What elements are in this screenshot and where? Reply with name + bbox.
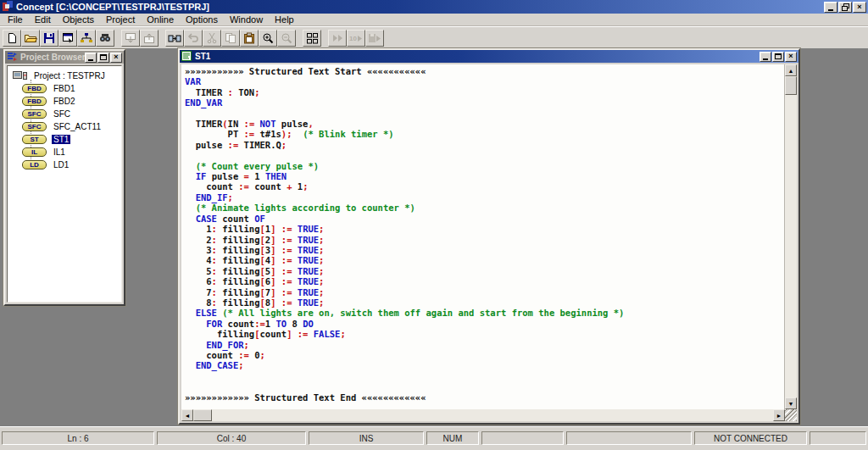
- tree-item-label: FBD2: [52, 97, 77, 106]
- code-line: 1: filling[1] := TRUE;: [185, 224, 784, 234]
- vertical-scroll-thumb[interactable]: [785, 76, 797, 95]
- code-line: END_FOR;: [185, 340, 784, 350]
- find-icon: [98, 32, 112, 44]
- download-plc-button[interactable]: [121, 30, 140, 47]
- project-browser-icon: [7, 52, 18, 63]
- arrange-windows-button[interactable]: [303, 30, 321, 47]
- step-10-button[interactable]: 10: [347, 30, 365, 47]
- tree-item-fbd2[interactable]: FBDFBD2: [8, 95, 121, 108]
- tree-item-ld1[interactable]: LDLD1: [8, 158, 121, 171]
- tree-item-label: ST1: [52, 135, 70, 144]
- computer-icon: [13, 70, 27, 82]
- undo-button[interactable]: [184, 30, 203, 47]
- desktop: { "titlebar": { "title": "Concept [C:\\C…: [0, 0, 868, 450]
- scroll-right-button[interactable]: ►: [773, 409, 785, 421]
- paste-button[interactable]: [240, 30, 259, 47]
- status-col-40: Col : 40: [157, 431, 306, 445]
- code-line: 3: filling[3] := TRUE;: [185, 245, 784, 255]
- save-file-button[interactable]: [40, 30, 58, 47]
- code-line: PT := t#1s); (* Blink timer *): [185, 129, 784, 139]
- tree-item-il1[interactable]: ILIL1: [8, 146, 121, 158]
- tree-root-project[interactable]: Project : TESTPRJ: [8, 69, 121, 82]
- code-line: END_CASE;: [185, 360, 784, 370]
- st-editor-maximize-button[interactable]: [772, 52, 784, 62]
- st-editor-close-button[interactable]: ×: [785, 52, 797, 62]
- project-browser-icon: [80, 32, 93, 44]
- save-run-button[interactable]: [365, 30, 384, 47]
- st-editor-minimize-button[interactable]: [760, 52, 771, 62]
- scroll-up-button[interactable]: ▲: [785, 64, 797, 76]
- sfc-section-badge: SFC: [22, 122, 47, 131]
- code-line: [185, 150, 784, 160]
- st-editor-window: ST1 × »»»»»»»»»»» Structured Text Start …: [178, 48, 800, 425]
- code-line: filling[count] := FALSE;: [185, 329, 784, 339]
- cut-button[interactable]: [203, 30, 221, 47]
- status-bar: Ln : 6Col : 40INSNUMNOT CONNECTED: [0, 426, 868, 450]
- copy-icon: [224, 32, 237, 44]
- project-browser-button[interactable]: [77, 30, 96, 47]
- zoom-in-icon: [261, 32, 275, 44]
- status-ln-6: Ln : 6: [2, 431, 154, 445]
- upload-plc-button[interactable]: [140, 30, 159, 47]
- tree-item-sfc[interactable]: SFCSFC: [8, 108, 121, 120]
- code-line: 6: filling[6] := TRUE;: [185, 276, 784, 286]
- code-line: 4: filling[4] := TRUE;: [185, 255, 784, 265]
- code-line: »»»»»»»»»»»» Structured Text End «««««««…: [185, 392, 784, 403]
- zoom-in-button[interactable]: [259, 30, 277, 47]
- menu-help[interactable]: Help: [269, 14, 300, 25]
- scroll-left-button[interactable]: ◄: [181, 409, 193, 421]
- menu-options[interactable]: Options: [180, 14, 224, 25]
- code-line: [185, 371, 784, 381]
- project-browser-minimize-button[interactable]: [85, 53, 97, 63]
- code-line: CASE count OF: [185, 214, 784, 224]
- find-button[interactable]: [96, 30, 114, 47]
- code-editor[interactable]: »»»»»»»»»»» Structured Text Start ««««««…: [181, 64, 785, 409]
- code-line: END_IF;: [185, 192, 784, 203]
- app-minimize-button[interactable]: [824, 2, 837, 13]
- run-button[interactable]: [328, 30, 347, 47]
- horizontal-scrollbar[interactable]: ◄ ►: [181, 409, 785, 421]
- app-restore-button[interactable]: [838, 2, 852, 13]
- menu-bar: FileEditObjectsProjectOnlineOptionsWindo…: [0, 14, 868, 26]
- cut-icon: [205, 32, 219, 44]
- tree-item-label: SFC: [52, 109, 72, 119]
- paste-icon: [242, 32, 256, 44]
- zoom-out-button[interactable]: [277, 30, 296, 47]
- save-run-icon: [368, 32, 381, 44]
- properties-button[interactable]: [58, 30, 77, 47]
- open-file-button[interactable]: [21, 30, 40, 47]
- open-file-icon: [24, 32, 37, 44]
- tree-item-st1[interactable]: STST1: [8, 133, 121, 146]
- vertical-scrollbar[interactable]: ▲ ▼: [785, 64, 797, 409]
- il-section-badge: IL: [22, 147, 47, 157]
- horizontal-scroll-thumb[interactable]: [193, 409, 212, 421]
- menu-window[interactable]: Window: [224, 14, 269, 25]
- project-browser-title-bar: Project Browser ×: [5, 51, 124, 64]
- code-line: 7: filling[7] := TRUE;: [185, 287, 784, 297]
- resize-grip[interactable]: [785, 409, 797, 421]
- app-close-button[interactable]: ×: [853, 2, 866, 13]
- status-num: NUM: [426, 431, 479, 445]
- copy-button[interactable]: [221, 30, 240, 47]
- menu-online[interactable]: Online: [141, 14, 180, 25]
- connect-button[interactable]: [165, 30, 184, 47]
- project-browser-title: Project Browser: [20, 53, 85, 62]
- tree-item-sfc_act11[interactable]: SFCSFC_ACT11: [8, 120, 121, 133]
- project-browser-close-button[interactable]: ×: [110, 53, 122, 63]
- code-line: ELSE (* All lights are on, switch them o…: [185, 308, 784, 318]
- scroll-down-button[interactable]: ▼: [785, 397, 797, 409]
- menu-objects[interactable]: Objects: [57, 14, 100, 25]
- menu-file[interactable]: File: [2, 14, 29, 25]
- code-line: 8: filling[8] := TRUE;: [185, 297, 784, 308]
- project-browser-window: Project Browser × Project : TESTPRJ FBDF…: [3, 49, 125, 306]
- status-not-connected: NOT CONNECTED: [694, 431, 807, 445]
- new-file-button[interactable]: [3, 30, 21, 47]
- st-editor-title-bar: ST1 ×: [180, 50, 798, 63]
- tree-item-fbd1[interactable]: FBDFBD1: [8, 82, 121, 95]
- project-browser-maximize-button[interactable]: [97, 53, 109, 63]
- menu-project[interactable]: Project: [100, 14, 141, 25]
- code-line: 5: filling[5] := TRUE;: [185, 266, 784, 276]
- code-line: (* Count every pulse *): [185, 161, 784, 171]
- menu-edit[interactable]: Edit: [29, 14, 57, 25]
- download-plc-icon: [124, 32, 137, 44]
